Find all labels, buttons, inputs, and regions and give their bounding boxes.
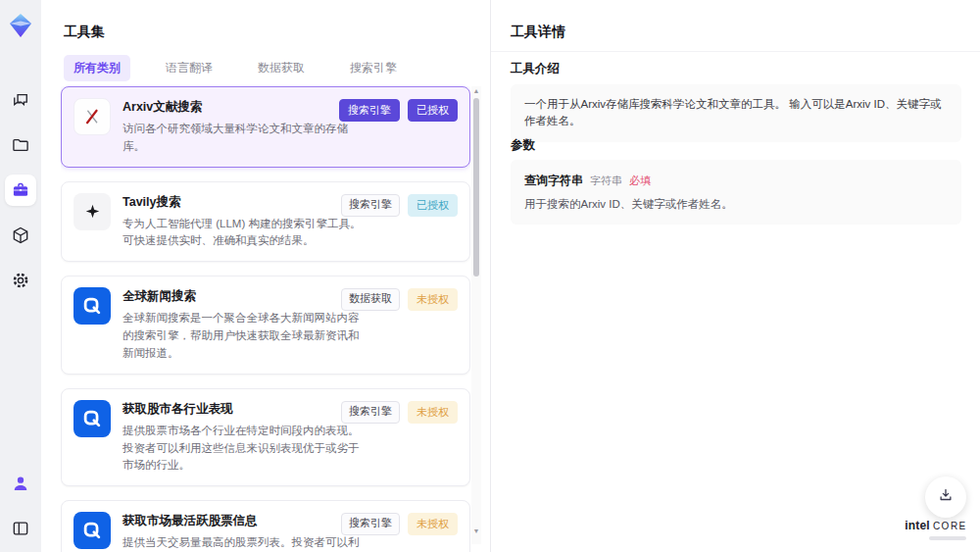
parameter-name: 查询字符串 — [524, 173, 583, 189]
tool-description: 专为人工智能代理 (LLM) 构建的搜索引擎工具。可快速提供实时、准确和真实的结… — [122, 216, 364, 251]
details-title: 工具详情 — [511, 24, 565, 41]
tool-auth-badge: 未授权 — [408, 513, 458, 535]
list-scrollbar[interactable]: ▲ ▼ — [471, 86, 481, 544]
user-icon — [11, 474, 30, 493]
parameter-required-flag: 必填 — [629, 174, 651, 188]
brand-intel-text: intel — [905, 519, 930, 532]
parameter-card: 查询字符串 字符串 必填 用于搜索的Arxiv ID、关键字或作者姓名。 — [511, 160, 961, 225]
tool-category-badge: 搜索引擎 — [341, 513, 400, 535]
app-logo-icon — [7, 12, 34, 39]
qnews-icon — [74, 287, 111, 325]
tools-panel: 工具集 所有类别语言翻译数据获取搜索引擎 Arxiv文献搜索 访问各个研究领域大… — [41, 0, 490, 552]
arxiv-icon — [74, 98, 111, 135]
brand-core-text: CORE — [933, 521, 967, 531]
tool-description: 提供当天交易量最高的股票列表。投资者可以利用这些信息来识别流动性强的股票和潜在的… — [122, 534, 364, 552]
sidebar-item-user[interactable] — [5, 468, 36, 499]
tab-0[interactable]: 所有类别 — [64, 55, 130, 81]
brand-subline — [929, 536, 966, 540]
sidebar-item-packages[interactable] — [5, 220, 36, 251]
tool-description: 访问各个研究领域大量科学论文和文章的存储库。 — [122, 121, 364, 156]
tool-details-panel: 工具详情 工具介绍 一个用于从Arxiv存储库搜索科学论文和文章的工具。 输入可… — [490, 0, 980, 552]
scroll-up-icon[interactable]: ▲ — [471, 86, 481, 96]
sidebar-item-toolbox[interactable] — [5, 175, 36, 206]
app-window: 工具集 所有类别语言翻译数据获取搜索引擎 Arxiv文献搜索 访问各个研究领域大… — [0, 0, 980, 552]
scroll-down-icon[interactable]: ▼ — [471, 527, 481, 536]
qnews-icon — [74, 512, 111, 549]
tool-list: Arxiv文献搜索 访问各个研究领域大量科学论文和文章的存储库。 搜索引擎 已授… — [61, 86, 470, 552]
cube-icon — [11, 226, 30, 245]
tool-card-3[interactable]: 获取股市各行业表现 提供股票市场各个行业在特定时间段内的表现。投资者可以利用这些… — [61, 388, 470, 486]
tool-card-4[interactable]: 获取市场最活跃股票信息 提供当天交易量最高的股票列表。投资者可以利用这些信息来识… — [61, 500, 470, 552]
parameter-type: 字符串 — [590, 174, 622, 188]
intro-section-title: 工具介绍 — [511, 61, 560, 77]
tool-card-1[interactable]: Tavily搜索 专为人工智能代理 (LLM) 构建的搜索引擎工具。可快速提供实… — [61, 181, 470, 263]
sidebar-item-chat[interactable] — [5, 84, 36, 116]
tool-card-0[interactable]: Arxiv文献搜索 访问各个研究领域大量科学论文和文章的存储库。 搜索引擎 已授… — [61, 86, 470, 168]
tool-intro-text: 一个用于从Arxiv存储库搜索科学论文和文章的工具。 输入可以是Arxiv ID… — [511, 84, 961, 142]
tool-category-badge: 搜索引擎 — [341, 401, 400, 424]
tool-auth-badge: 已授权 — [408, 99, 458, 122]
download-icon — [937, 486, 955, 508]
sidebar-item-panel-toggle[interactable] — [5, 513, 36, 544]
tool-category-badge: 搜索引擎 — [341, 194, 400, 217]
params-section-title: 参数 — [511, 137, 535, 154]
divider — [491, 51, 980, 52]
sidebar-item-files[interactable] — [5, 129, 36, 161]
intel-core-logo: intelCORE — [902, 516, 970, 540]
gear-icon — [11, 271, 30, 290]
tool-auth-badge: 已授权 — [408, 194, 458, 217]
category-tabs: 所有类别语言翻译数据获取搜索引擎 — [64, 55, 407, 81]
sidebar — [0, 0, 41, 552]
page-title: 工具集 — [64, 24, 105, 41]
tool-auth-badge: 未授权 — [408, 401, 458, 424]
scrollbar-thumb[interactable] — [473, 98, 479, 276]
tool-category-badge: 搜索引擎 — [339, 99, 400, 122]
tool-card-2[interactable]: 全球新闻搜索 全球新闻搜索是一个聚合全球各大新闻网站内容的搜索引擎，帮助用户快速… — [61, 276, 470, 374]
parameter-description: 用于搜索的Arxiv ID、关键字或作者姓名。 — [524, 197, 948, 212]
tool-category-badge: 数据获取 — [341, 288, 400, 311]
briefcase-icon — [11, 180, 30, 200]
tool-auth-badge: 未授权 — [408, 288, 458, 311]
tab-2[interactable]: 数据获取 — [248, 55, 315, 81]
folder-icon — [11, 135, 30, 155]
tab-3[interactable]: 搜索引擎 — [340, 55, 407, 81]
tavily-icon — [74, 193, 111, 230]
qnews-icon — [74, 400, 111, 437]
download-button[interactable] — [925, 477, 966, 518]
sidebar-item-settings[interactable] — [5, 265, 36, 296]
layout-panels-icon — [11, 519, 30, 538]
chat-icon — [11, 90, 30, 110]
tool-description: 提供股票市场各个行业在特定时间段内的表现。投资者可以利用这些信息来识别表现优于或… — [122, 423, 364, 475]
tab-1[interactable]: 语言翻译 — [156, 55, 222, 81]
tool-description: 全球新闻搜索是一个聚合全球各大新闻网站内容的搜索引擎，帮助用户快速获取全球最新资… — [122, 310, 364, 362]
